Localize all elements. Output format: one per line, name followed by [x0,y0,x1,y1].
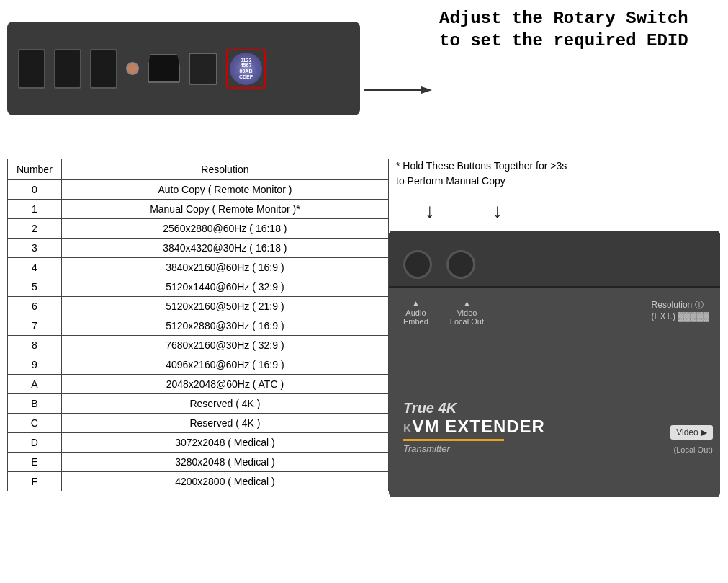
true4k-label: True 4K [403,400,545,417]
video-up-arrow: ▲ [450,299,484,307]
kvm-branding: True 4K KVM EXTENDER Transmitter [403,400,545,454]
cell-number: 5 [8,277,62,297]
rotary-arrow-connector [364,68,450,112]
rotary-digits: 0123456789ABCDEF [239,58,253,80]
transmitter-label: Transmitter [403,443,545,454]
cell-number: E [8,453,62,472]
table-row: 33840x4320@30Hz ( 16:18 ) [8,239,389,258]
audio-jack [126,62,139,75]
device-top-image: 0123456789ABCDEF [7,7,389,133]
cell-number: B [8,394,62,414]
table-row: 1Manual Copy ( Remote Monitor )* [8,200,389,219]
video-local-out-label: ▲ VideoLocal Out [450,299,484,326]
cell-resolution: 2048x2048@60Hz ( ATC ) [61,375,388,394]
kvm-device-image: ▲ AudioEmbed ▲ VideoLocal Out Resolution… [389,231,720,497]
cell-resolution: 2560x2880@60Hz ( 16:18 ) [61,219,388,239]
adjust-line1: Adjust the Rotary Switch [439,9,688,28]
cell-resolution: 5120x1440@60Hz ( 32:9 ) [61,277,388,297]
note-text: * Hold These Buttons Together for >3s to… [396,159,720,189]
table-row: 75120x2880@30Hz ( 16:9 ) [8,316,389,336]
audio-embed-text: AudioEmbed [403,308,428,326]
video-local-out-text: VideoLocal Out [450,308,484,326]
table-row: 43840x2160@60Hz ( 16:9 ) [8,258,389,277]
audio-up-arrow: ▲ [403,299,428,307]
button-arrows: ↓ ↓ [425,200,720,223]
table-row: F4200x2800 ( Medical ) [8,472,389,491]
cell-resolution: 5120x2880@30Hz ( 16:9 ) [61,316,388,336]
cell-number: 1 [8,200,62,219]
cell-resolution: Manual Copy ( Remote Monitor )* [61,200,388,219]
table-row: 94096x2160@60Hz ( 16:9 ) [8,355,389,375]
adjust-text-block: Adjust the Rotary Switch to set the requ… [439,7,720,52]
note-line2: to Perform Manual Copy [396,175,505,187]
col-header-number: Number [8,159,62,180]
cell-resolution: 3072x2048 ( Medical ) [61,433,388,453]
cell-number: 7 [8,316,62,336]
arrow-left: ↓ [425,200,435,223]
cell-resolution: 5120x2160@50Hz ( 21:9 ) [61,297,388,316]
kvm-main-body: ▲ AudioEmbed ▲ VideoLocal Out Resolution… [389,288,720,497]
local-out-label: (Local Out) [674,445,713,454]
rj45-port [189,53,217,85]
cell-number: D [8,433,62,453]
cell-resolution: 3840x2160@60Hz ( 16:9 ) [61,258,388,277]
arrow-right: ↓ [493,200,503,223]
usb-port-1 [18,49,45,89]
kvm-extender-label: KVM EXTENDER [403,417,545,437]
table-row: 0Auto Copy ( Remote Monitor ) [8,180,389,200]
table-row: 55120x1440@60Hz ( 32:9 ) [8,277,389,297]
kvm-button-1 [403,250,432,279]
kvm-prefix: K [403,422,413,435]
cell-resolution: 7680x2160@30Hz ( 32:9 ) [61,336,388,355]
col-header-resolution: Resolution [61,159,388,180]
cell-resolution: 3280x2048 ( Medical ) [61,453,388,472]
cell-resolution: Reserved ( 4K ) [61,414,388,433]
resolution-label: Resolution ⓘ [652,299,709,311]
cell-number: 4 [8,258,62,277]
cell-number: 6 [8,297,62,316]
table-row: 87680x2160@30Hz ( 32:9 ) [8,336,389,355]
adjust-line2: to set the required EDID [439,31,688,50]
table-row: BReserved ( 4K ) [8,394,389,414]
table-row: D3072x2048 ( Medical ) [8,433,389,453]
usb-port-2 [54,49,81,89]
device-body: 0123456789ABCDEF [7,22,360,115]
table-row: CReserved ( 4K ) [8,414,389,433]
kvm-accent-bar [403,439,504,441]
cell-number: 8 [8,336,62,355]
table-row: E3280x2048 ( Medical ) [8,453,389,472]
note-line1: * Hold These Buttons Together for >3s [396,160,567,172]
cell-number: 3 [8,239,62,258]
cell-resolution: Auto Copy ( Remote Monitor ) [61,180,388,200]
cell-number: 2 [8,219,62,239]
kvm-top-panel [389,231,720,288]
cell-resolution: 3840x4320@30Hz ( 16:18 ) [61,239,388,258]
rotary-switch-container: 0123456789ABCDEF [226,49,266,89]
cell-resolution: 4096x2160@60Hz ( 16:9 ) [61,355,388,375]
edid-table: Number Resolution 0Auto Copy ( Remote Mo… [7,159,389,491]
rotary-switch: 0123456789ABCDEF [230,53,262,85]
svg-marker-1 [421,86,432,94]
audio-embed-label: ▲ AudioEmbed [403,299,428,326]
cell-number: A [8,375,62,394]
right-section: * Hold These Buttons Together for >3s to… [396,159,720,226]
table-row: 22560x2880@60Hz ( 16:18 ) [8,219,389,239]
resolution-badge: Resolution ⓘ (EXT.) ▓▓▓▓▓ [652,299,709,321]
cell-resolution: 4200x2800 ( Medical ) [61,472,388,491]
cell-number: F [8,472,62,491]
adjust-title: Adjust the Rotary Switch to set the requ… [439,7,720,52]
kvm-button-2 [446,250,475,279]
cell-number: 0 [8,180,62,200]
video-badge: Video ▶ [670,425,713,440]
cell-number: C [8,414,62,433]
edid-table-section: Number Resolution 0Auto Copy ( Remote Mo… [7,159,389,491]
table-row: 65120x2160@50Hz ( 21:9 ) [8,297,389,316]
cell-number: 9 [8,355,62,375]
ext-label: (EXT.) ▓▓▓▓▓ [652,311,709,321]
hdmi-port [148,54,180,83]
usb-port-3 [90,49,117,89]
table-row: A2048x2048@60Hz ( ATC ) [8,375,389,394]
cell-resolution: Reserved ( 4K ) [61,394,388,414]
